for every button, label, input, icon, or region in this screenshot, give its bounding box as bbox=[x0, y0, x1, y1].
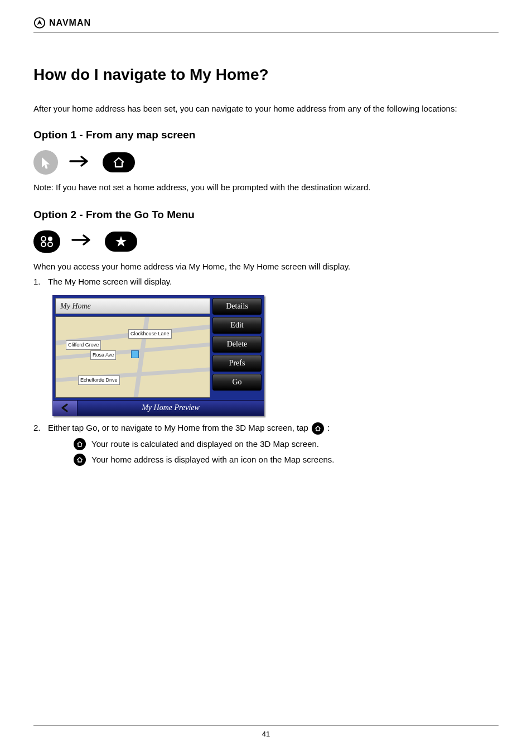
step-2-text-before: Either tap Go, or to navigate to My Home… bbox=[48, 423, 311, 432]
home-round-icon bbox=[74, 454, 86, 466]
sub-bullet-a: Your route is calculated and displayed o… bbox=[72, 438, 499, 450]
map-label-clifford: Clifford Grove bbox=[66, 340, 101, 350]
arrow-icon bbox=[71, 230, 94, 252]
star-pill-icon bbox=[105, 232, 137, 252]
step-number: 1. bbox=[33, 276, 48, 287]
option3-intro: When you access your home address via My… bbox=[33, 261, 499, 272]
option1-icon-row bbox=[33, 150, 499, 175]
navman-logo-icon bbox=[33, 17, 46, 29]
page-title: How do I navigate to My Home? bbox=[33, 64, 499, 85]
details-button[interactable]: Details bbox=[212, 298, 262, 315]
sub-bullet-b-text: Your home address is displayed with an i… bbox=[91, 454, 335, 465]
page-header: NAVMAN bbox=[33, 17, 499, 33]
step-1: 1. The My Home screen will display. bbox=[33, 276, 499, 287]
home-round-icon bbox=[74, 438, 86, 450]
edit-button[interactable]: Edit bbox=[212, 317, 262, 334]
option2-icon-row bbox=[33, 230, 499, 253]
delete-button[interactable]: Delete bbox=[212, 336, 262, 353]
map-label-rosa: Rosa Ave bbox=[90, 350, 116, 360]
svg-point-1 bbox=[41, 237, 46, 241]
prefs-button[interactable]: Prefs bbox=[212, 355, 262, 372]
back-button[interactable] bbox=[53, 401, 78, 416]
svg-point-3 bbox=[41, 242, 46, 247]
step-2-text: Either tap Go, or to navigate to My Home… bbox=[48, 422, 330, 435]
option2-heading: Option 2 - From the Go To Menu bbox=[33, 208, 499, 223]
step-2-text-after: : bbox=[327, 423, 330, 432]
option1-note: Note: If you have not set a home address… bbox=[33, 181, 499, 193]
map-label-echelforde: Echelforde Drive bbox=[78, 375, 120, 385]
go-button[interactable]: Go bbox=[212, 374, 262, 391]
brand-logo: NAVMAN bbox=[33, 17, 91, 29]
device-map[interactable]: Clockhouse Lane Clifford Grove Rosa Ave … bbox=[55, 316, 210, 397]
device-title-field[interactable]: My Home bbox=[55, 298, 210, 315]
device-footer-title: My Home Preview bbox=[78, 401, 264, 416]
map-tap-icon bbox=[33, 150, 58, 175]
brand-name: NAVMAN bbox=[49, 17, 91, 29]
sub-bullet-b: Your home address is displayed with an i… bbox=[72, 454, 499, 466]
menu-icon bbox=[33, 230, 60, 253]
device-screenshot: My Home Clockhouse Lane Clifford Grove R… bbox=[52, 295, 499, 416]
step-1-text: The My Home screen will display. bbox=[48, 276, 172, 287]
arrow-icon bbox=[69, 152, 91, 174]
page-number: 41 bbox=[33, 725, 499, 739]
home-pill-icon bbox=[103, 152, 135, 172]
intro-text: After your home address has been set, yo… bbox=[33, 103, 457, 114]
sub-bullets: Your route is calculated and displayed o… bbox=[72, 438, 499, 466]
step-2: 2. Either tap Go, or to navigate to My H… bbox=[33, 422, 499, 435]
home-round-icon bbox=[312, 422, 324, 435]
home-marker-icon bbox=[131, 350, 139, 358]
chevron-left-icon bbox=[60, 403, 70, 412]
map-label-clockhouse: Clockhouse Lane bbox=[128, 329, 172, 339]
svg-point-2 bbox=[48, 237, 52, 241]
device-frame: My Home Clockhouse Lane Clifford Grove R… bbox=[52, 295, 264, 416]
sub-bullet-a-text: Your route is calculated and displayed o… bbox=[91, 438, 319, 450]
option1-heading: Option 1 - From any map screen bbox=[33, 128, 499, 143]
svg-point-4 bbox=[48, 242, 52, 247]
step-number: 2. bbox=[33, 422, 48, 435]
